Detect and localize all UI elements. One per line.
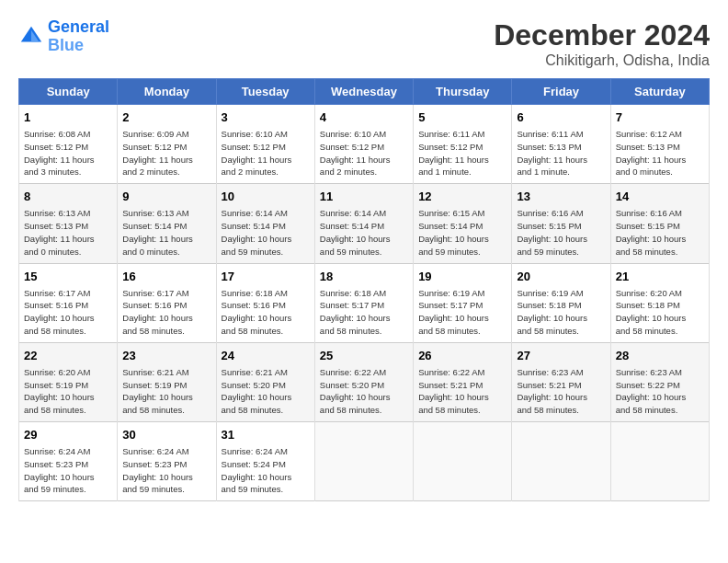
- day-info: Sunrise: 6:23 AMSunset: 5:21 PMDaylight:…: [517, 366, 605, 417]
- calendar-cell: 16Sunrise: 6:17 AMSunset: 5:16 PMDayligh…: [118, 263, 216, 342]
- calendar-cell: 18Sunrise: 6:18 AMSunset: 5:17 PMDayligh…: [314, 263, 413, 342]
- calendar-cell: 7Sunrise: 6:12 AMSunset: 5:13 PMDaylight…: [610, 105, 709, 184]
- day-info: Sunrise: 6:10 AMSunset: 5:12 PMDaylight:…: [222, 128, 310, 178]
- day-info: Sunrise: 6:24 AMSunset: 5:23 PMDaylight:…: [122, 445, 210, 496]
- day-info: Sunrise: 6:22 AMSunset: 5:20 PMDaylight:…: [320, 366, 408, 417]
- day-info: Sunrise: 6:08 AMSunset: 5:12 PMDaylight:…: [24, 128, 112, 178]
- calendar-cell: 3Sunrise: 6:10 AMSunset: 5:12 PMDaylight…: [216, 105, 314, 184]
- weekday-header: Monday: [118, 79, 216, 105]
- day-number: 30: [122, 427, 210, 443]
- day-number: 29: [24, 427, 112, 443]
- day-info: Sunrise: 6:16 AMSunset: 5:15 PMDaylight:…: [616, 207, 704, 258]
- day-info: Sunrise: 6:17 AMSunset: 5:16 PMDaylight:…: [24, 287, 112, 338]
- day-info: Sunrise: 6:18 AMSunset: 5:16 PMDaylight:…: [222, 287, 310, 338]
- day-number: 15: [24, 269, 112, 285]
- day-info: Sunrise: 6:09 AMSunset: 5:12 PMDaylight:…: [122, 128, 210, 178]
- calendar-cell: 26Sunrise: 6:22 AMSunset: 5:21 PMDayligh…: [414, 342, 512, 421]
- day-info: Sunrise: 6:14 AMSunset: 5:14 PMDaylight:…: [320, 207, 408, 258]
- day-info: Sunrise: 6:13 AMSunset: 5:13 PMDaylight:…: [24, 207, 112, 258]
- day-number: 22: [24, 348, 112, 364]
- calendar-cell: 6Sunrise: 6:11 AMSunset: 5:13 PMDaylight…: [512, 105, 610, 184]
- day-info: Sunrise: 6:22 AMSunset: 5:21 PMDaylight:…: [418, 366, 506, 417]
- calendar-cell: 5Sunrise: 6:11 AMSunset: 5:12 PMDaylight…: [414, 105, 512, 184]
- calendar-week-row: 1Sunrise: 6:08 AMSunset: 5:12 PMDaylight…: [19, 105, 710, 184]
- calendar-table: SundayMondayTuesdayWednesdayThursdayFrid…: [18, 78, 710, 501]
- day-number: 17: [222, 269, 310, 285]
- day-info: Sunrise: 6:14 AMSunset: 5:14 PMDaylight:…: [222, 207, 310, 258]
- location-subtitle: Chikitigarh, Odisha, India: [494, 52, 710, 69]
- day-number: 5: [418, 109, 506, 126]
- day-info: Sunrise: 6:24 AMSunset: 5:23 PMDaylight:…: [24, 445, 112, 496]
- weekday-header: Saturday: [610, 79, 709, 105]
- calendar-cell: 4Sunrise: 6:10 AMSunset: 5:12 PMDaylight…: [314, 105, 413, 184]
- day-number: 13: [517, 189, 605, 205]
- calendar-cell: [314, 422, 413, 501]
- day-number: 31: [222, 427, 310, 443]
- day-info: Sunrise: 6:21 AMSunset: 5:20 PMDaylight:…: [222, 366, 310, 417]
- calendar-week-row: 15Sunrise: 6:17 AMSunset: 5:16 PMDayligh…: [19, 263, 710, 342]
- day-info: Sunrise: 6:11 AMSunset: 5:12 PMDaylight:…: [418, 128, 506, 178]
- calendar-cell: 20Sunrise: 6:19 AMSunset: 5:18 PMDayligh…: [512, 263, 610, 342]
- calendar-cell: 9Sunrise: 6:13 AMSunset: 5:14 PMDaylight…: [118, 184, 216, 263]
- calendar-cell: 8Sunrise: 6:13 AMSunset: 5:13 PMDaylight…: [19, 184, 118, 263]
- calendar-cell: 28Sunrise: 6:23 AMSunset: 5:22 PMDayligh…: [610, 342, 709, 421]
- calendar-cell: 15Sunrise: 6:17 AMSunset: 5:16 PMDayligh…: [19, 263, 118, 342]
- calendar-cell: 24Sunrise: 6:21 AMSunset: 5:20 PMDayligh…: [216, 342, 314, 421]
- day-number: 19: [418, 269, 506, 285]
- calendar-cell: 27Sunrise: 6:23 AMSunset: 5:21 PMDayligh…: [512, 342, 610, 421]
- day-info: Sunrise: 6:23 AMSunset: 5:22 PMDaylight:…: [616, 366, 704, 417]
- day-number: 9: [122, 189, 210, 205]
- weekday-header: Sunday: [19, 79, 118, 105]
- calendar-cell: 12Sunrise: 6:15 AMSunset: 5:14 PMDayligh…: [414, 184, 512, 263]
- day-info: Sunrise: 6:12 AMSunset: 5:13 PMDaylight:…: [616, 128, 704, 178]
- day-number: 7: [616, 109, 704, 126]
- calendar-week-row: 29Sunrise: 6:24 AMSunset: 5:23 PMDayligh…: [19, 422, 710, 501]
- day-number: 3: [222, 109, 310, 126]
- calendar-week-row: 22Sunrise: 6:20 AMSunset: 5:19 PMDayligh…: [19, 342, 710, 421]
- day-number: 25: [320, 348, 408, 364]
- day-number: 23: [122, 348, 210, 364]
- day-info: Sunrise: 6:11 AMSunset: 5:13 PMDaylight:…: [517, 128, 605, 178]
- day-info: Sunrise: 6:16 AMSunset: 5:15 PMDaylight:…: [517, 207, 605, 258]
- day-info: Sunrise: 6:17 AMSunset: 5:16 PMDaylight:…: [122, 287, 210, 338]
- day-number: 12: [418, 189, 506, 205]
- calendar-cell: [414, 422, 512, 501]
- calendar-cell: 2Sunrise: 6:09 AMSunset: 5:12 PMDaylight…: [118, 105, 216, 184]
- calendar-cell: 14Sunrise: 6:16 AMSunset: 5:15 PMDayligh…: [610, 184, 709, 263]
- logo-icon: [18, 24, 44, 50]
- day-info: Sunrise: 6:20 AMSunset: 5:19 PMDaylight:…: [24, 366, 112, 417]
- day-number: 2: [122, 109, 210, 126]
- calendar-cell: 17Sunrise: 6:18 AMSunset: 5:16 PMDayligh…: [216, 263, 314, 342]
- day-info: Sunrise: 6:15 AMSunset: 5:14 PMDaylight:…: [418, 207, 506, 258]
- day-number: 10: [222, 189, 310, 205]
- day-number: 4: [320, 109, 408, 126]
- day-number: 26: [418, 348, 506, 364]
- day-info: Sunrise: 6:24 AMSunset: 5:24 PMDaylight:…: [222, 445, 310, 496]
- day-number: 24: [222, 348, 310, 364]
- calendar-cell: 1Sunrise: 6:08 AMSunset: 5:12 PMDaylight…: [19, 105, 118, 184]
- day-info: Sunrise: 6:19 AMSunset: 5:18 PMDaylight:…: [517, 287, 605, 338]
- calendar-cell: [610, 422, 709, 501]
- weekday-header: Tuesday: [216, 79, 314, 105]
- day-number: 28: [616, 348, 704, 364]
- logo: General Blue: [18, 18, 109, 55]
- calendar-cell: 30Sunrise: 6:24 AMSunset: 5:23 PMDayligh…: [118, 422, 216, 501]
- calendar-week-row: 8Sunrise: 6:13 AMSunset: 5:13 PMDaylight…: [19, 184, 710, 263]
- day-number: 21: [616, 269, 704, 285]
- day-number: 8: [24, 189, 112, 205]
- calendar-cell: 29Sunrise: 6:24 AMSunset: 5:23 PMDayligh…: [19, 422, 118, 501]
- calendar-cell: 22Sunrise: 6:20 AMSunset: 5:19 PMDayligh…: [19, 342, 118, 421]
- day-info: Sunrise: 6:21 AMSunset: 5:19 PMDaylight:…: [122, 366, 210, 417]
- calendar-cell: 13Sunrise: 6:16 AMSunset: 5:15 PMDayligh…: [512, 184, 610, 263]
- day-number: 11: [320, 189, 408, 205]
- calendar-cell: 11Sunrise: 6:14 AMSunset: 5:14 PMDayligh…: [314, 184, 413, 263]
- calendar-cell: 31Sunrise: 6:24 AMSunset: 5:24 PMDayligh…: [216, 422, 314, 501]
- weekday-header: Wednesday: [314, 79, 413, 105]
- day-number: 14: [616, 189, 704, 205]
- calendar-cell: 19Sunrise: 6:19 AMSunset: 5:17 PMDayligh…: [414, 263, 512, 342]
- day-number: 20: [517, 269, 605, 285]
- day-number: 16: [122, 269, 210, 285]
- weekday-header: Friday: [512, 79, 610, 105]
- weekday-header: Thursday: [414, 79, 512, 105]
- day-info: Sunrise: 6:10 AMSunset: 5:12 PMDaylight:…: [320, 128, 408, 178]
